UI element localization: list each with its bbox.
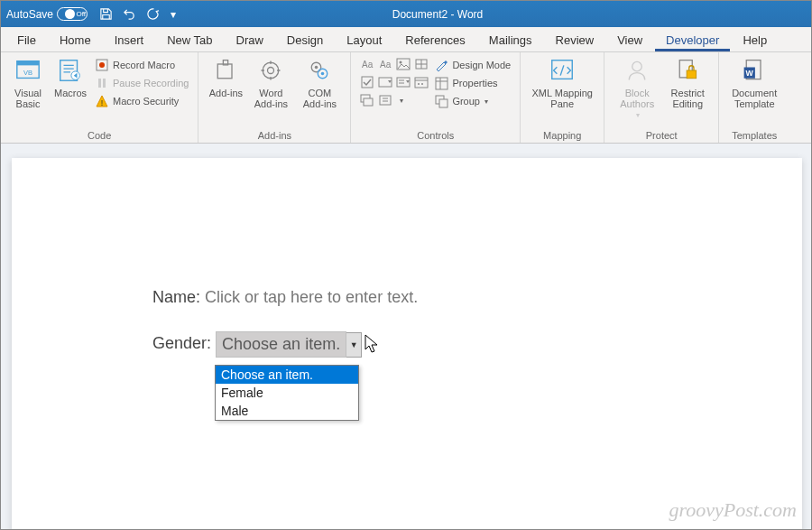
name-placeholder[interactable]: Click or tap here to enter text. [205, 288, 418, 306]
group-button[interactable]: Group▾ [434, 94, 511, 108]
undo-icon[interactable] [122, 7, 136, 22]
svg-text:Aa: Aa [380, 60, 392, 70]
tab-newtab[interactable]: New Tab [156, 30, 223, 51]
qat-customize-icon[interactable]: ▾ [169, 7, 178, 22]
tab-developer[interactable]: Developer [655, 30, 730, 51]
tab-review[interactable]: Review [545, 30, 605, 51]
tab-design[interactable]: Design [276, 30, 334, 51]
dropdown-option[interactable]: Female [216, 384, 358, 402]
com-addins-icon [305, 56, 334, 85]
properties-icon [434, 76, 448, 90]
tab-mailings[interactable]: Mailings [478, 30, 543, 51]
svg-rect-8 [103, 79, 106, 88]
control-legacy-caret[interactable]: ▾ [396, 94, 405, 107]
document-page[interactable]: Name: Click or tap here to enter text. G… [12, 158, 802, 529]
addins-button[interactable]: Add-ins [208, 56, 244, 109]
block-authors-icon [623, 56, 651, 85]
gender-field-line: Gender: Choose an item. ▼ Choose an item… [152, 330, 418, 357]
control-buildingblock-icon[interactable] [414, 58, 429, 70]
pause-recording-button: Pause Recording [95, 76, 189, 90]
svg-point-21 [400, 61, 402, 64]
tab-help[interactable]: Help [732, 30, 778, 51]
tab-layout[interactable]: Layout [336, 30, 392, 51]
restrict-editing-icon [673, 56, 702, 85]
svg-point-12 [263, 62, 280, 79]
tab-view[interactable]: View [606, 30, 653, 51]
group-label-protect: Protect [646, 130, 678, 141]
svg-text:W: W [746, 69, 754, 78]
svg-rect-30 [364, 98, 373, 106]
svg-text:!: ! [101, 98, 104, 107]
window-title: Document2 - Word [178, 8, 697, 21]
pause-icon [95, 76, 109, 90]
tab-draw[interactable]: Draw [226, 30, 274, 51]
control-checkbox-icon[interactable] [360, 76, 374, 88]
svg-point-36 [632, 61, 642, 71]
svg-point-27 [418, 83, 420, 85]
tab-file[interactable]: File [6, 30, 47, 51]
save-icon[interactable] [98, 7, 113, 22]
tab-insert[interactable]: Insert [104, 30, 155, 51]
chevron-down-icon: ▼ [350, 340, 358, 349]
group-label-addins: Add-ins [258, 130, 291, 141]
svg-text:VB: VB [23, 69, 32, 77]
ribbon-tabs: File Home Insert New Tab Draw Design Lay… [1, 27, 811, 52]
com-addins-button[interactable]: COM Add-ins [298, 56, 341, 109]
gender-label: Gender: [152, 334, 211, 352]
xml-mapping-icon [548, 56, 577, 85]
group-protect: Block Authors▾ Restrict Editing Protect [604, 52, 719, 143]
control-picture-icon[interactable] [396, 58, 411, 70]
dropdown-list: Choose an item. Female Male [215, 365, 359, 421]
autosave-toggle[interactable]: AutoSave Off [6, 7, 88, 21]
control-datepicker-icon[interactable] [414, 76, 429, 88]
dropdown-button[interactable]: ▼ [346, 332, 362, 358]
svg-rect-26 [415, 78, 428, 88]
macros-button[interactable]: Macros [51, 56, 89, 109]
macros-icon [56, 56, 85, 85]
visual-basic-button[interactable]: VB Visual Basic [10, 56, 46, 109]
design-mode-button[interactable]: Design Mode [434, 58, 511, 72]
group-controls: Aa Aa ▾ Design Mode [351, 52, 521, 143]
svg-rect-31 [380, 96, 391, 105]
title-bar: AutoSave Off ▾ Document2 - Word [1, 1, 811, 27]
mouse-cursor-icon [364, 334, 379, 354]
group-label-code: Code [88, 130, 111, 141]
dropdown-value[interactable]: Choose an item. [216, 331, 346, 358]
control-richtext-icon[interactable]: Aa [360, 58, 374, 70]
restrict-editing-button[interactable]: Restrict Editing [666, 56, 709, 120]
control-legacy-icon[interactable] [378, 94, 392, 107]
group-code: VB Visual Basic Macros Record Macro Paus… [1, 52, 198, 143]
svg-point-13 [268, 68, 274, 74]
svg-point-28 [421, 83, 423, 85]
tab-home[interactable]: Home [49, 30, 102, 51]
addins-icon [211, 56, 240, 85]
group-mapping: XML Mapping Pane Mapping [521, 52, 604, 143]
dropdown-option[interactable]: Male [216, 402, 358, 420]
tab-references[interactable]: References [394, 30, 475, 51]
svg-rect-38 [687, 70, 697, 79]
watermark: groovyPost.com [669, 498, 797, 522]
group-label-templates: Templates [732, 130, 777, 141]
group-icon [434, 94, 448, 108]
name-label: Name: [152, 288, 200, 306]
group-label-mapping: Mapping [543, 130, 581, 141]
document-workspace: Name: Click or tap here to enter text. G… [1, 144, 811, 529]
dropdown-option[interactable]: Choose an item. [216, 366, 358, 384]
redo-icon[interactable] [145, 7, 160, 22]
control-combobox-icon[interactable] [378, 76, 392, 88]
svg-rect-1 [17, 61, 39, 66]
group-label-controls: Controls [417, 130, 454, 141]
macro-security-button[interactable]: !Macro Security [95, 94, 189, 108]
control-repeating-icon[interactable] [360, 94, 374, 107]
control-plaintext-icon[interactable]: Aa [378, 58, 392, 70]
properties-button[interactable]: Properties [434, 76, 511, 90]
warning-icon: ! [95, 94, 109, 108]
word-addins-button[interactable]: Word Add-ins [249, 56, 292, 109]
block-authors-button: Block Authors▾ [614, 56, 660, 120]
record-macro-button[interactable]: Record Macro [95, 58, 189, 72]
word-addins-icon [256, 56, 285, 85]
svg-rect-23 [362, 77, 373, 88]
control-dropdown-icon[interactable] [396, 76, 411, 88]
xml-mapping-button[interactable]: XML Mapping Pane [530, 56, 595, 109]
document-template-button[interactable]: W Document Template [728, 56, 780, 109]
